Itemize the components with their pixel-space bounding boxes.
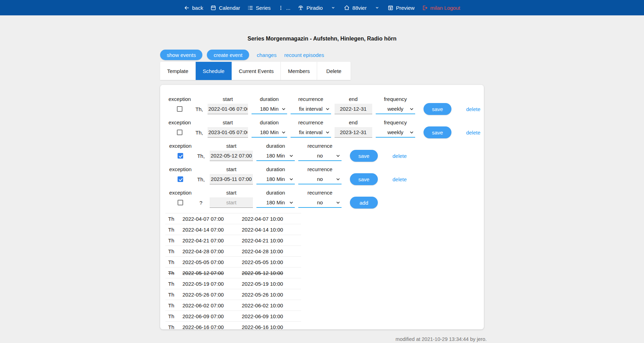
start-label: start xyxy=(210,143,253,150)
recurrence-label: recurrence xyxy=(298,143,342,150)
exception-checkbox[interactable] xyxy=(178,176,183,182)
home-icon xyxy=(344,5,350,11)
piradio-chevron-icon[interactable] xyxy=(331,5,336,10)
save-button[interactable]: save xyxy=(350,150,378,162)
schedule-row-add: exception ? start duration 180 Min recur… xyxy=(169,190,484,209)
day-label: Th, xyxy=(194,126,204,138)
start-input[interactable] xyxy=(208,104,248,114)
start-label: start xyxy=(208,119,248,126)
nav-logout[interactable]: milan Logout xyxy=(422,5,460,11)
event-start: 2022-05-05 07:00 xyxy=(182,259,242,265)
exception-checkbox[interactable] xyxy=(177,106,182,112)
top-navbar: back Calendar Series ... Piradio 88vier … xyxy=(0,0,644,15)
chevron-down-icon xyxy=(282,108,285,110)
event-end: 2022-04-28 10:00 xyxy=(242,248,301,254)
event-day: Th xyxy=(168,259,182,265)
event-day: Th xyxy=(168,216,182,222)
frequency-select[interactable]: weekly xyxy=(376,104,415,114)
frequency-select[interactable]: weekly xyxy=(376,127,415,138)
frequency-label: frequency xyxy=(376,96,415,103)
start-input[interactable] xyxy=(210,151,253,161)
duration-select[interactable]: 180 Min xyxy=(256,174,295,184)
delete-link[interactable]: delete xyxy=(466,106,480,112)
start-input[interactable] xyxy=(208,127,248,138)
recount-episodes-link[interactable]: recount episodes xyxy=(284,52,324,58)
chevron-down-icon xyxy=(326,131,329,134)
duration-select[interactable]: 180 Min xyxy=(252,104,287,114)
duration-select[interactable]: 180 Min xyxy=(256,151,295,161)
start-label: start xyxy=(210,166,253,173)
chevron-down-icon xyxy=(336,155,340,157)
start-input[interactable] xyxy=(210,197,253,208)
nav-calendar[interactable]: Calendar xyxy=(210,5,240,11)
tab-members[interactable]: Members xyxy=(281,62,317,80)
event-end: 2022-06-16 10:00 xyxy=(242,324,301,330)
duration-select[interactable]: 180 Min xyxy=(252,127,287,138)
day-label: Th, xyxy=(196,173,206,185)
recurrence-select[interactable]: no xyxy=(298,197,342,208)
changes-link[interactable]: changes xyxy=(257,52,277,58)
start-input[interactable] xyxy=(210,174,253,184)
delete-link[interactable]: delete xyxy=(466,130,480,136)
tab-current-events[interactable]: Current Events xyxy=(232,62,281,80)
nav-preview[interactable]: Preview xyxy=(388,5,414,11)
recurrence-select[interactable]: fix interval xyxy=(291,104,331,114)
show-events-button[interactable]: show events xyxy=(160,50,202,60)
event-day: Th xyxy=(168,227,182,233)
recurrence-select[interactable]: no xyxy=(298,151,342,161)
chevron-down-icon xyxy=(410,131,413,134)
event-row: Th2022-06-09 07:002022-06-09 10:00 xyxy=(165,311,301,321)
exception-label: exception xyxy=(169,166,192,173)
save-button[interactable]: save xyxy=(424,126,451,138)
event-row: Th2022-04-21 07:002022-04-21 10:00 xyxy=(165,235,301,246)
end-label: end xyxy=(335,96,372,103)
event-end: 2022-04-14 10:00 xyxy=(242,227,301,233)
exception-checkbox[interactable] xyxy=(177,130,182,135)
save-button[interactable]: save xyxy=(350,173,378,185)
end-input[interactable] xyxy=(335,127,372,138)
exception-checkbox[interactable] xyxy=(178,153,183,159)
event-row: Th2022-05-05 07:002022-05-05 10:00 xyxy=(165,256,301,267)
duration-label: duration xyxy=(256,190,295,197)
event-day: Th xyxy=(168,302,182,308)
nav-back[interactable]: back xyxy=(184,5,203,11)
recurrence-select[interactable]: fix interval xyxy=(291,127,331,138)
station-chevron-icon[interactable] xyxy=(375,5,380,10)
schedule-row: exception Th, start duration 180 Min rec… xyxy=(169,96,484,115)
start-label: start xyxy=(208,96,248,103)
end-input[interactable] xyxy=(335,104,372,114)
event-end: 2022-04-21 10:00 xyxy=(242,238,301,243)
chevron-down-icon xyxy=(290,202,293,204)
nav-more[interactable]: ... xyxy=(278,5,291,11)
save-button[interactable]: save xyxy=(424,103,451,115)
duration-label: duration xyxy=(256,166,295,173)
event-start: 2022-06-02 07:00 xyxy=(182,302,242,308)
duration-select[interactable]: 180 Min xyxy=(256,197,295,208)
delete-link[interactable]: delete xyxy=(392,176,407,182)
tab-bar: Template Schedule Current Events Members… xyxy=(160,62,351,80)
nav-station[interactable]: 88vier xyxy=(344,5,367,11)
day-label: Th, xyxy=(194,103,204,115)
tab-template[interactable]: Template xyxy=(160,62,196,80)
add-button[interactable]: add xyxy=(350,197,378,209)
chevron-down-icon xyxy=(282,131,285,134)
event-row: Th2022-05-19 07:002022-05-19 10:00 xyxy=(165,278,301,289)
create-event-button[interactable]: create event xyxy=(207,50,249,60)
recurrence-select[interactable]: no xyxy=(298,174,342,184)
tab-delete[interactable]: Delete xyxy=(317,62,351,80)
event-start: 2022-04-28 07:00 xyxy=(182,248,242,254)
tab-schedule[interactable]: Schedule xyxy=(196,62,232,80)
delete-link[interactable]: delete xyxy=(392,153,407,159)
duration-label: duration xyxy=(252,119,287,126)
event-start: 2022-05-19 07:00 xyxy=(182,281,242,287)
day-label: ? xyxy=(196,197,206,209)
chevron-down-icon xyxy=(336,202,340,204)
exception-checkbox[interactable] xyxy=(178,200,183,205)
nav-series[interactable]: Series xyxy=(247,5,271,11)
exception-label: exception xyxy=(169,96,191,103)
nav-piradio[interactable]: Piradio xyxy=(298,5,323,11)
calendar-icon xyxy=(210,5,216,11)
preview-icon xyxy=(388,5,394,11)
schedule-row: exception Th, start duration 180 Min rec… xyxy=(169,166,484,185)
event-day: Th xyxy=(168,324,182,330)
